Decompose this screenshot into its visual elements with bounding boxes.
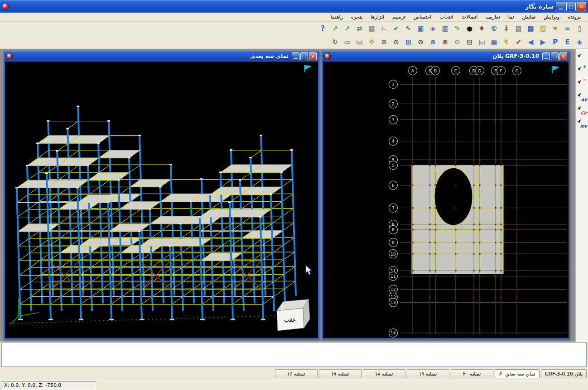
toolbar-icon-glyph: ✥ [369, 38, 375, 46]
app-logo-icon [2, 3, 9, 10]
letter-p-icon[interactable]: P [549, 36, 561, 48]
menu-item[interactable]: ویرایش [540, 13, 563, 21]
close-button[interactable]: × [309, 52, 317, 60]
toolbar-icon-glyph: ▶ [540, 38, 546, 46]
cube-grid-icon[interactable]: ▣ [415, 23, 426, 34]
plug-icon[interactable]: ↯ [501, 36, 512, 48]
pencil-icon[interactable]: ✎ [452, 23, 463, 34]
menu-item[interactable]: اختصاص [410, 13, 435, 21]
view-cube-label: عقب [284, 316, 296, 323]
check-icon[interactable]: ✔ [390, 23, 402, 34]
toolbar-icon-glyph: ⇄ [357, 24, 362, 33]
save-icon[interactable]: ▦ [525, 23, 536, 34]
selection-button-label: Clr [581, 111, 587, 115]
toolbar-icon-glyph: ↯ [503, 38, 509, 46]
star-icon[interactable]: ✶ [549, 23, 561, 34]
menu-item[interactable]: ابزارها [367, 13, 388, 21]
plan-window-titlebar[interactable]: پلان GRF-3-0.10 ▁ □ × [323, 51, 569, 62]
close-button[interactable]: × [577, 2, 586, 11]
tab-sheet-19[interactable]: نقشه ۱۹ [407, 369, 449, 378]
zoom-previous-icon[interactable]: ⊙ [378, 36, 390, 48]
print-preview-icon[interactable]: ▤ [476, 36, 487, 48]
help-icon[interactable]: ? [317, 23, 328, 34]
tab-sheet-18[interactable]: نقشه ۱۸ [363, 369, 405, 378]
maximize-button[interactable]: □ [300, 52, 308, 60]
tool-icon[interactable]: ♦ [476, 23, 487, 34]
minimize-button[interactable]: ▁ [292, 52, 299, 60]
probe-icon[interactable]: ◈ [427, 23, 439, 34]
arrow-right-icon[interactable]: ▶ [537, 36, 549, 48]
3d-viewport[interactable]: عقب [5, 62, 318, 338]
view-flag-icon [305, 65, 312, 70]
letter-e-icon[interactable]: E [562, 36, 573, 48]
view-orbit-icon[interactable]: ⇄ [354, 23, 365, 34]
view-rotate-icon[interactable]: ↗ [329, 23, 341, 34]
zoom-out-small-icon[interactable]: ⊙ [390, 36, 402, 48]
svg-text:9: 9 [392, 240, 395, 245]
titlebar[interactable]: سازه نگار ▁ □ × [0, 0, 588, 13]
shield-icon[interactable]: ◈ [574, 36, 585, 48]
slab-opening [434, 168, 472, 225]
close-button[interactable]: × [559, 52, 567, 60]
menu-item[interactable]: ترسیم [389, 13, 409, 21]
document-icon [324, 53, 331, 59]
menu-item[interactable]: تعاریف [482, 13, 503, 21]
hand-pan-icon[interactable]: ✥ [366, 36, 377, 48]
refresh-icon[interactable]: ↻ [329, 36, 341, 48]
save2-icon[interactable]: ▦ [488, 36, 500, 48]
circle-g-icon[interactable]: © [488, 23, 500, 34]
menu-item[interactable]: راهنما [327, 13, 347, 21]
calc-grid-icon[interactable]: ▤ [513, 23, 524, 34]
chart-icon[interactable]: ▥ [439, 23, 451, 34]
command-output[interactable] [1, 342, 587, 367]
tab-sheet-20[interactable]: نقشه ۲۰ [451, 369, 493, 378]
zoom-extents-icon[interactable]: ⊗ [439, 36, 451, 48]
hammer-icon[interactable]: ‡ [501, 23, 512, 34]
toolbar-icon-glyph: ▥ [442, 24, 448, 33]
zoom-in-icon[interactable]: ⊕ [427, 36, 439, 48]
arrow-left-icon[interactable]: ◀ [525, 36, 536, 48]
maximize-button[interactable]: □ [566, 2, 576, 11]
view-pan-icon[interactable]: ↗ [342, 23, 353, 34]
select-remove-button[interactable]: ► − [576, 77, 588, 89]
axis-icon[interactable]: ∟ [378, 23, 390, 34]
tab-plan-grf-3-0-10[interactable]: پلان GRF-3-0.10 [541, 369, 587, 378]
toolbar-icon-glyph: ⊙ [393, 38, 399, 46]
menu-item[interactable]: پنجره [347, 13, 366, 21]
menu-item[interactable]: پرونده [564, 13, 584, 21]
maximize-button[interactable]: □ [551, 52, 559, 60]
table-icon[interactable]: ▦ [366, 23, 377, 34]
check-red-icon[interactable]: ✔ [513, 36, 524, 48]
select-add-button[interactable]: ► + [576, 64, 588, 76]
pointer-icon[interactable]: ↖ [403, 23, 414, 34]
toolbar-view: ↻ ▭ ▤ ✥ ⊙ ⊙ ⊞ ⊖ ⊕ ⊗ ⊙ ⊟ ▤ ▦ ↯ ✔ [0, 35, 588, 49]
3d-model-canvas[interactable]: عقب [5, 62, 318, 338]
select-invert-button[interactable]: ► Inv [576, 116, 588, 128]
select-all-button[interactable]: ► All [576, 90, 588, 102]
zoom-out-icon[interactable]: ⊖ [415, 36, 426, 48]
folder-icon[interactable]: ▨ [537, 23, 549, 34]
printer-icon[interactable]: ▤ [354, 36, 365, 48]
frame-icon[interactable]: ▭ [342, 36, 353, 48]
menu-item[interactable]: نما [505, 13, 518, 21]
tab-sheet-17[interactable]: نقشه ۱۷ [319, 369, 361, 378]
menu-item[interactable]: انتخاب [436, 13, 457, 21]
select-clear-button[interactable]: ► Clr [576, 103, 588, 115]
plan-viewport[interactable]: ABBCDDEFG1234556788910111112131314 [323, 62, 569, 338]
zoom-gray-icon[interactable]: ⊙ [452, 36, 463, 48]
wave-icon[interactable]: ≈ [562, 23, 573, 34]
menu-item[interactable]: اتصالات [458, 13, 482, 21]
zoom-page-icon[interactable]: ⊟ [464, 36, 475, 48]
new-page-icon[interactable]: ▯ [574, 23, 585, 34]
tab-sheet-16[interactable]: نقشه ۱۶ [275, 369, 318, 378]
minimize-button[interactable]: ▁ [542, 52, 550, 60]
select-pointer-button[interactable]: ► [576, 51, 588, 62]
menu-item[interactable]: نمایش [519, 13, 540, 21]
minimize-button[interactable]: ▁ [556, 2, 565, 11]
zoom-window-icon[interactable]: ⊞ [403, 36, 414, 48]
tab-close-icon[interactable]: ✗ [499, 371, 503, 376]
plan-canvas[interactable]: ABBCDDEFG1234556788910111112131314 [323, 62, 569, 338]
tab-3d-view[interactable]: نماي سه بعدي ✗ [495, 369, 540, 378]
mass-icon[interactable]: ● [464, 23, 475, 34]
3d-window-titlebar[interactable]: نماي سه بعدي ▁ □ × [5, 51, 318, 62]
